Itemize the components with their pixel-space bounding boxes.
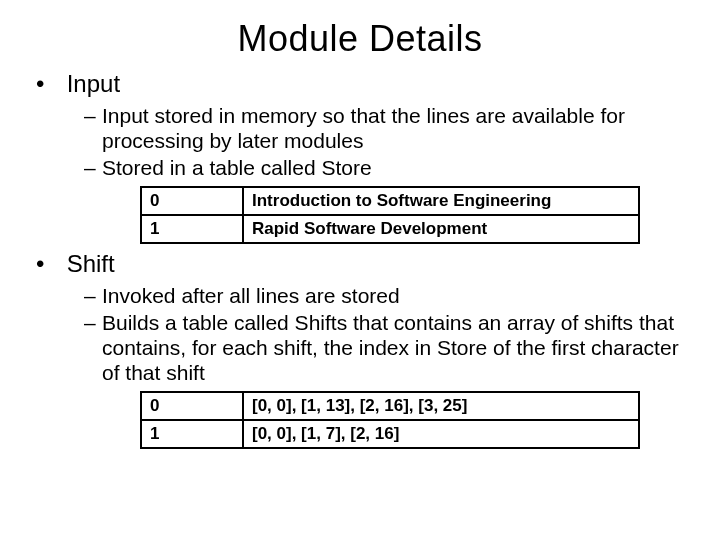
section-heading: Input Input stored in memory so that the… — [30, 70, 690, 244]
table-cell-value: Introduction to Software Engineering — [243, 187, 639, 215]
bullet-list-level2: Input stored in memory so that the lines… — [30, 104, 690, 180]
table-cell-index: 0 — [141, 392, 243, 420]
table-cell-index: 1 — [141, 420, 243, 448]
bullet-list-level1: Input Input stored in memory so that the… — [30, 70, 690, 449]
slide: Module Details Input Input stored in mem… — [0, 0, 720, 540]
table-row: 0 Introduction to Software Engineering — [141, 187, 639, 215]
bullet-list-level2: Invoked after all lines are stored Build… — [30, 284, 690, 385]
page-title: Module Details — [30, 18, 690, 60]
table-row: 0 [0, 0], [1, 13], [2, 16], [3, 25] — [141, 392, 639, 420]
section-heading: Shift Invoked after all lines are stored… — [30, 250, 690, 449]
table-row: 1 [0, 0], [1, 7], [2, 16] — [141, 420, 639, 448]
table-cell-value: Rapid Software Development — [243, 215, 639, 243]
table-cell-index: 0 — [141, 187, 243, 215]
section-heading-label: Input — [67, 70, 120, 97]
table-row: 1 Rapid Software Development — [141, 215, 639, 243]
table-cell-value: [0, 0], [1, 13], [2, 16], [3, 25] — [243, 392, 639, 420]
table-cell-index: 1 — [141, 215, 243, 243]
bullet-item: Invoked after all lines are stored — [84, 284, 690, 309]
shifts-table: 0 [0, 0], [1, 13], [2, 16], [3, 25] 1 [0… — [140, 391, 640, 449]
bullet-item: Input stored in memory so that the lines… — [84, 104, 690, 154]
table-cell-value: [0, 0], [1, 7], [2, 16] — [243, 420, 639, 448]
store-table: 0 Introduction to Software Engineering 1… — [140, 186, 640, 244]
section-heading-label: Shift — [67, 250, 115, 277]
bullet-item: Builds a table called Shifts that contai… — [84, 311, 690, 385]
bullet-item: Stored in a table called Store — [84, 156, 690, 181]
